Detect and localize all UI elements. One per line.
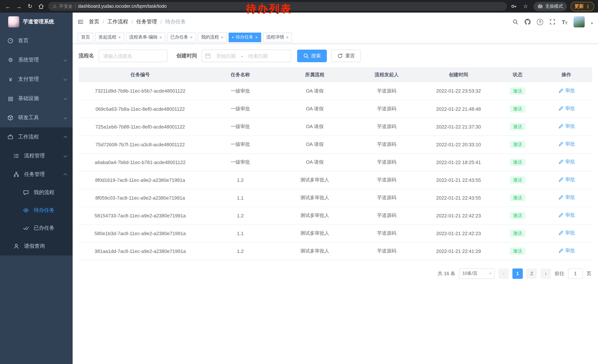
table-row: 58154733-7ac8-11ec-a9e2-a2380e71991a 1.2…	[79, 207, 592, 224]
approve-link[interactable]: 审批	[558, 87, 575, 94]
browser-back-icon[interactable]: ←	[4, 2, 12, 10]
tab-start-process[interactable]: 发起流程 ×	[95, 32, 124, 42]
next-page-button[interactable]: ›	[540, 268, 551, 279]
col-initiator: 流程发起人	[351, 67, 423, 82]
sidebar-toggle-icon[interactable]	[78, 19, 84, 25]
tab-process-form-edit[interactable]: 流程表单-编辑 ×	[126, 32, 165, 42]
tab-home[interactable]: 首页	[78, 32, 93, 42]
cell-task-name: 一级审批	[202, 153, 279, 171]
close-icon[interactable]: ×	[118, 35, 121, 40]
browser-update-button[interactable]: 更新 ⋮	[570, 2, 594, 11]
user-avatar[interactable]	[574, 16, 585, 27]
sidebar-item-devtools[interactable]: 研发工具	[0, 108, 73, 127]
tab-my-process[interactable]: 我的流程 ×	[198, 32, 227, 42]
sidebar-item-label: 研发工具	[18, 114, 39, 121]
list-icon	[13, 153, 20, 159]
main-area: 首页 / 工作流程 / 任务管理 / 待办任务 ?	[73, 13, 598, 364]
cell-process: 测试多审批人	[279, 171, 351, 189]
bookmark-star-icon[interactable]: ☆	[522, 2, 530, 10]
approve-link[interactable]: 审批	[558, 159, 575, 165]
pencil-icon	[558, 159, 564, 165]
breadcrumb-home[interactable]: 首页	[89, 18, 99, 25]
tab-done-tasks[interactable]: 已办任务 ×	[167, 32, 196, 42]
sidebar-item-label: 请假查询	[24, 243, 45, 250]
status-badge: 激活	[510, 123, 525, 130]
close-icon[interactable]: ×	[255, 35, 258, 40]
cell-task-name: 一级审批	[202, 82, 279, 100]
end-date-input[interactable]	[244, 53, 272, 59]
browser-reload-icon[interactable]: ↻	[26, 2, 34, 10]
address-separator	[75, 4, 75, 8]
cell-task-id: 75d72608-7b7f-11ec-a3c8-acde48001122	[79, 136, 202, 153]
tab-process-detail[interactable]: 流程详情 ×	[263, 32, 292, 42]
sidebar-item-task-management[interactable]: 任务管理	[0, 165, 73, 184]
reset-button[interactable]: 重置	[331, 50, 361, 62]
person-icon	[13, 243, 20, 249]
date-range-picker[interactable]: -	[201, 50, 291, 62]
sidebar-item-done-tasks[interactable]: 已办任务	[0, 219, 73, 237]
process-name-input[interactable]	[99, 50, 167, 62]
sidebar-item-todo-tasks[interactable]: 待办任务	[0, 202, 73, 219]
approve-link[interactable]: 审批	[558, 176, 575, 183]
page-button-1[interactable]: 1	[512, 268, 523, 279]
start-date-input[interactable]	[212, 53, 240, 59]
close-icon[interactable]: ×	[286, 35, 289, 40]
browser-forward-icon[interactable]: →	[15, 2, 23, 10]
sidebar-item-system[interactable]: ⚙ 系统管理	[0, 50, 73, 70]
key-icon[interactable]	[510, 2, 518, 10]
search-button[interactable]: 搜索	[297, 50, 327, 62]
cell-created-at: 2022-01-21 22:42:23	[423, 207, 494, 224]
sidebar-item-my-process[interactable]: 我的流程	[0, 184, 73, 202]
briefcase-icon	[8, 134, 14, 140]
col-actions: 操作	[541, 67, 592, 82]
tab-todo-tasks[interactable]: ● 待办任务 ×	[229, 32, 261, 42]
sidebar-item-process-management[interactable]: 流程管理	[0, 147, 73, 165]
close-icon[interactable]: ×	[159, 35, 162, 40]
sidebar-item-label: 任务管理	[24, 171, 45, 178]
close-icon[interactable]: ×	[190, 35, 193, 40]
avatar-caret-icon[interactable]: ▾	[591, 22, 593, 25]
sidebar-item-leave-query[interactable]: 请假查询	[0, 237, 73, 256]
breadcrumb-workflow[interactable]: 工作流程	[108, 18, 128, 25]
page-button-2[interactable]: 2	[526, 268, 537, 279]
close-icon[interactable]: ×	[221, 35, 224, 40]
cell-task-id: 580e1b3d-7ac8-11ec-a9e2-a2380e71991a	[79, 224, 202, 242]
browser-menu-icon[interactable]: ⋮	[586, 4, 590, 9]
cell-initiator: 芋道源码	[351, 171, 423, 189]
approve-link[interactable]: 审批	[558, 247, 575, 254]
date-range-separator: -	[241, 53, 243, 59]
breadcrumb-task-management[interactable]: 任务管理	[136, 18, 157, 25]
sidebar-item-payment[interactable]: ¥ 支付管理	[0, 70, 73, 89]
approve-link[interactable]: 审批	[558, 141, 575, 147]
sidebar-item-label: 我的流程	[34, 189, 54, 196]
approve-link[interactable]: 审批	[558, 194, 575, 201]
help-icon[interactable]: ?	[537, 19, 543, 25]
pencil-icon	[558, 88, 564, 94]
chevron-down-icon	[64, 78, 67, 81]
sidebar-item-home[interactable]: 首页	[0, 31, 73, 50]
cell-created-at: 2022-01-21 22:43:55	[423, 171, 494, 189]
cell-initiator: 芋道源码	[351, 82, 423, 100]
org-tree-icon	[13, 171, 20, 177]
breadcrumb-separator: /	[103, 19, 104, 25]
sidebar-item-infrastructure[interactable]: ▤ 基础设施	[0, 89, 73, 108]
prev-page-button[interactable]: ‹	[498, 268, 509, 279]
approve-link[interactable]: 审批	[558, 105, 575, 112]
double-check-icon	[23, 225, 29, 231]
page-size-select[interactable]: 10条/页 ▾	[459, 268, 495, 279]
goto-page-input[interactable]	[568, 268, 583, 279]
tabs-bar: 首页 发起流程 × 流程表单-编辑 × 已办任务 × 我的流程 ×	[73, 31, 598, 44]
browser-home-icon[interactable]	[37, 2, 45, 10]
fullscreen-icon[interactable]	[549, 19, 555, 25]
search-icon[interactable]	[512, 19, 518, 25]
approve-link[interactable]: 审批	[558, 212, 575, 218]
approve-link[interactable]: 审批	[558, 123, 575, 129]
font-size-icon[interactable]: TT	[562, 19, 567, 25]
status-badge: 激活	[510, 212, 525, 219]
search-icon	[303, 53, 309, 59]
sidebar-item-workflow[interactable]: 工作流程	[0, 127, 73, 147]
sidebar-item-label: 流程管理	[24, 153, 45, 159]
filter-bar: 流程名 创建时间 - 搜索 重置	[79, 50, 592, 62]
github-icon[interactable]	[525, 19, 531, 25]
approve-link[interactable]: 审批	[558, 230, 575, 236]
